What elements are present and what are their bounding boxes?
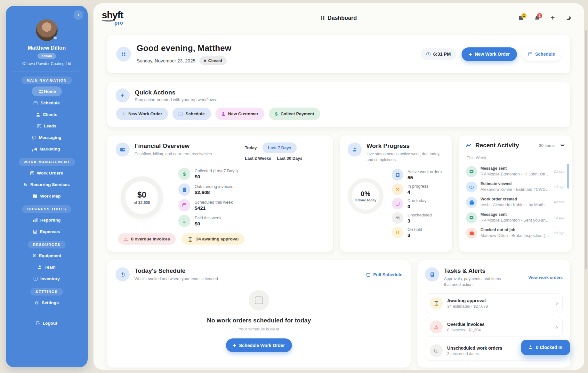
stat-label: Due today <box>407 198 426 203</box>
quick-action-collect-payment[interactable]: $ Collect Payment <box>269 108 320 120</box>
add-button[interactable]: + <box>551 14 555 21</box>
receipt-icon <box>33 230 37 234</box>
activity-detail: Alexandra Kohler - Estimate #CWDX9... <box>480 187 550 192</box>
top-bar: shyft pro Dashboard 1 2 + <box>93 3 584 33</box>
sidebar-item-team[interactable]: Team <box>32 262 61 272</box>
financial-stats: $ Collected (Last 7 Days) $0 Outstanding… <box>178 168 238 227</box>
current-time: 6:31 PM <box>433 52 451 57</box>
task-detail: 8 invoices · $1,304 <box>447 328 485 332</box>
new-work-order-button[interactable]: + New Work Order <box>462 47 517 61</box>
dollar-icon: $ <box>178 168 190 180</box>
app-logo[interactable]: shyft pro <box>102 10 123 26</box>
financial-icon-circle <box>116 142 130 157</box>
awaiting-approval-pill[interactable]: ⌛ 34 awaiting approval <box>181 233 244 245</box>
activity-item[interactable]: Clocked out of job Matthew Dillon - Brak… <box>466 225 565 241</box>
trend-line-icon <box>466 144 471 147</box>
activity-item[interactable]: Message sent RV Mobile Edmonton - Hi Joh… <box>466 164 565 179</box>
task-awaiting-approval[interactable]: ⌛ Awaiting approval 34 estimates · $27,0… <box>425 293 563 313</box>
moon-icon <box>566 15 571 20</box>
logout-label: Logout <box>43 321 57 326</box>
sidebar-item-recurring-services[interactable]: ↻ Recurring Services <box>18 180 76 190</box>
chevron-right-icon: › <box>556 300 558 307</box>
activity-detail: Matthew Dillon - Brake Inspection (0... <box>480 233 550 238</box>
sidebar-item-messaging[interactable]: Messaging <box>27 133 67 142</box>
sidebar-item-label: Settings <box>42 300 59 305</box>
full-schedule-link[interactable]: Full Schedule <box>366 267 402 282</box>
sidebar-item-work-map[interactable]: Work Map <box>27 191 66 201</box>
dashboard-content: Good evening, Matthew Sunday, November 2… <box>93 33 584 368</box>
quick-action-new-work-order[interactable]: + New Work Order <box>116 108 168 120</box>
filter-today[interactable]: Today <box>245 145 257 150</box>
filter-last-7-days[interactable]: Last 7 Days <box>262 142 296 153</box>
sidebar-item-expenses[interactable]: Expenses <box>28 227 66 237</box>
work-orders-icon <box>30 171 34 175</box>
warning-icon: ⚠ <box>124 237 128 241</box>
todays-schedule-title: Today's Schedule <box>134 267 219 274</box>
calendar-icon <box>366 273 370 277</box>
chat-icon <box>32 136 36 139</box>
sidebar-item-label: Schedule <box>40 101 60 105</box>
notifications-button[interactable]: 2 <box>535 16 539 20</box>
clipboard-icon <box>178 183 190 196</box>
sidebar-item-equipment[interactable]: ⚒ Equipment <box>27 251 67 261</box>
sidebar-item-reporting[interactable]: Reporting <box>27 215 67 225</box>
logo-text: shyft <box>102 10 123 20</box>
activity-time: 4d ago <box>554 228 565 235</box>
chevron-left-icon: ‹ <box>77 12 79 18</box>
hourglass-icon: ⌛ <box>430 297 443 310</box>
filter-icon[interactable] <box>560 144 565 147</box>
overdue-invoices-pill[interactable]: ⚠ 8 overdue invoices <box>118 233 176 245</box>
tasks-alerts-subtitle: Approvals, payments, and items that need… <box>444 276 505 288</box>
recent-activity-card: Recent Activity 30 items This Week Messa… <box>459 135 572 252</box>
activity-item[interactable]: Message sent RV Mobile Edmonton - Sent y… <box>466 210 565 225</box>
sidebar-item-label: Work Orders <box>37 171 63 175</box>
task-overdue-invoices[interactable]: ⚠ Overdue invoices 8 invoices · $1,304 › <box>425 317 563 337</box>
quick-action-new-customer[interactable]: New Customer <box>215 108 265 120</box>
filter-last-2-weeks[interactable]: Last 2 Weeks <box>245 156 271 161</box>
activity-item[interactable]: Work order created hesh - Alexandra Kohl… <box>466 195 565 210</box>
stat-scheduled-this-week: Scheduled this week $421 <box>178 199 238 211</box>
logout-button[interactable]: Logout <box>30 318 63 328</box>
divider <box>13 313 80 313</box>
work-progress-card: Work Progress Live status across active … <box>340 135 453 252</box>
sidebar-item-leads[interactable]: Leads <box>31 121 62 131</box>
activity-detail: RV Mobile Edmonton - Sent you an i... <box>480 218 550 223</box>
sidebar-item-schedule[interactable]: Schedule <box>28 98 65 108</box>
sidebar-item-marketing[interactable]: Marketing <box>28 144 66 154</box>
sidebar-item-home[interactable]: Home <box>32 86 62 96</box>
activity-title: Clocked out of job <box>480 228 550 232</box>
work-progress-icon-circle <box>348 142 362 157</box>
task-title: Unscheduled work orders <box>447 345 502 351</box>
archive-button[interactable]: 1 <box>519 16 523 20</box>
stat-value: 3 <box>407 218 432 224</box>
sidebar-item-inventory[interactable]: Inventory <box>28 274 66 284</box>
work-progress-subtitle: Live status across active work, due toda… <box>366 151 445 163</box>
view-work-orders-link[interactable]: View work orders <box>528 267 563 288</box>
sidebar-item-clients[interactable]: Clients <box>30 109 63 119</box>
schedule-work-order-button[interactable]: + Schedule Work Order <box>226 338 292 352</box>
lightning-icon <box>121 93 124 98</box>
donut-value: $0 <box>137 190 146 199</box>
activity-item[interactable]: Estimate viewed Alexandra Kohler - Estim… <box>466 179 565 195</box>
sidebar-item-work-orders[interactable]: Work Orders <box>25 168 69 178</box>
sidebar-item-settings[interactable]: ⚙ Settings <box>29 298 65 308</box>
schedule-label: Schedule <box>535 52 555 57</box>
sidebar-item-label: Clients <box>43 112 57 117</box>
filter-last-30-days[interactable]: Last 30 Days <box>277 156 302 161</box>
dark-mode-toggle[interactable] <box>566 16 571 20</box>
clocked-in-button[interactable]: 0 Clocked In <box>521 340 570 355</box>
recent-activity-title: Recent Activity <box>475 142 519 149</box>
greeting-actions: 6:31 PM + New Work Order Schedule <box>421 47 561 61</box>
stat-unscheduled: Unscheduled 3 <box>392 212 442 224</box>
recurring-icon: ↻ <box>24 182 28 187</box>
activity-scrollbar[interactable] <box>567 164 569 189</box>
page-scrollbar[interactable] <box>585 30 587 269</box>
stat-active-work-orders: Active work orders 55 <box>392 169 442 181</box>
briefcase-clock-icon <box>466 228 477 239</box>
quick-action-schedule[interactable]: Schedule <box>173 108 211 120</box>
schedule-button[interactable]: Schedule <box>522 47 561 61</box>
gear-icon: ⚙ <box>35 301 39 305</box>
sidebar-collapse-button[interactable]: ‹ <box>74 10 83 20</box>
user-name: Matthew Dillon <box>6 45 88 51</box>
plus-icon: + <box>233 343 236 348</box>
